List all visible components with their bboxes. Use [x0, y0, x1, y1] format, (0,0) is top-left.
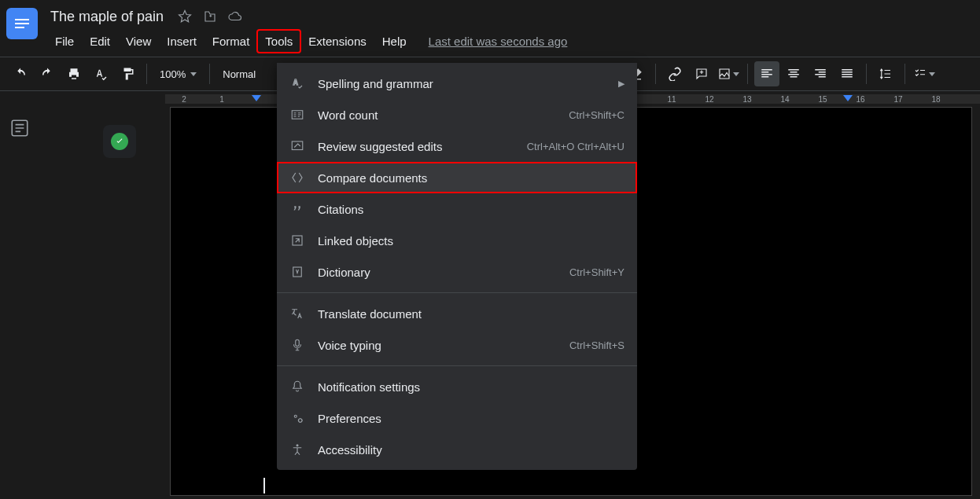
review-icon: [289, 138, 305, 154]
align-justify-button[interactable]: [834, 61, 860, 86]
menu-item-label: Citations: [318, 203, 624, 216]
menu-item-citations[interactable]: Citations: [277, 193, 637, 225]
redo-button[interactable]: [35, 61, 60, 86]
translate-icon: [289, 306, 305, 321]
text-cursor: [263, 478, 265, 493]
undo-button[interactable]: [8, 61, 33, 86]
submenu-arrow-icon: ▶: [618, 79, 624, 89]
document-title[interactable]: The maple of pain: [47, 7, 167, 27]
bell-icon: [289, 379, 305, 394]
menu-help[interactable]: Help: [374, 30, 414, 53]
ruler-marker-right[interactable]: [843, 95, 853, 101]
menu-format[interactable]: Format: [204, 30, 258, 53]
menu-extensions[interactable]: Extensions: [300, 30, 374, 53]
menu-item-shortcut: Ctrl+Alt+O Ctrl+Alt+U: [527, 141, 624, 152]
menu-item-shortcut: Ctrl+Shift+Y: [569, 266, 624, 278]
tools-dropdown: Spelling and grammar▶Word countCtrl+Shif…: [277, 63, 637, 470]
menu-item-review-suggested-edits[interactable]: Review suggested editsCtrl+Alt+O Ctrl+Al…: [277, 130, 637, 162]
svg-rect-1: [292, 111, 303, 119]
dictionary-icon: [289, 264, 305, 280]
menu-item-translate-document[interactable]: Translate document: [277, 298, 637, 329]
svg-point-7: [299, 419, 303, 423]
paint-format-button[interactable]: [115, 61, 140, 86]
insert-image-button[interactable]: [716, 61, 741, 86]
add-comment-button[interactable]: [689, 61, 714, 86]
citations-icon: [289, 201, 305, 217]
ruler-marker-left[interactable]: [252, 95, 261, 101]
menu-item-label: Notification settings: [318, 380, 624, 394]
menu-item-spelling-and-grammar[interactable]: Spelling and grammar▶: [277, 68, 637, 99]
svg-rect-5: [296, 339, 300, 346]
menu-item-label: Dictionary: [318, 266, 557, 279]
menu-item-label: Word count: [318, 108, 556, 122]
menu-item-linked-objects[interactable]: Linked objects: [277, 225, 637, 256]
access-icon: [289, 442, 305, 457]
menu-item-label: Spelling and grammar: [318, 77, 606, 90]
menu-item-label: Review suggested edits: [318, 140, 514, 153]
menu-item-accessibility[interactable]: Accessibility: [277, 434, 637, 465]
menu-item-label: Translate document: [318, 307, 624, 321]
svg-point-8: [297, 444, 299, 446]
spellcheck-ok-badge[interactable]: [103, 125, 136, 158]
spellcheck-icon: [289, 75, 305, 91]
menu-item-dictionary[interactable]: DictionaryCtrl+Shift+Y: [277, 256, 637, 288]
menu-item-label: Voice typing: [318, 339, 557, 352]
wordcount-icon: [289, 107, 305, 123]
svg-point-6: [294, 415, 297, 417]
insert-link-button[interactable]: [662, 61, 687, 86]
last-edit-link[interactable]: Last edit was seconds ago: [429, 35, 568, 48]
menu-view[interactable]: View: [118, 30, 159, 53]
compare-icon: [289, 170, 305, 185]
menu-item-compare-documents[interactable]: Compare documents: [277, 162, 637, 193]
menu-item-word-count[interactable]: Word countCtrl+Shift+C: [277, 99, 637, 130]
svg-rect-2: [292, 141, 303, 150]
menu-item-preferences[interactable]: Preferences: [277, 402, 637, 434]
cloud-status-icon[interactable]: [228, 9, 242, 24]
menu-tools[interactable]: Tools: [257, 30, 300, 53]
print-button[interactable]: [61, 61, 87, 86]
prefs-icon: [289, 410, 305, 426]
align-left-button[interactable]: [754, 61, 779, 86]
linked-icon: [289, 233, 305, 248]
move-icon[interactable]: [203, 9, 217, 24]
chevron-down-icon: [190, 72, 197, 76]
menu-item-voice-typing[interactable]: Voice typingCtrl+Shift+S: [277, 329, 637, 361]
menu-edit[interactable]: Edit: [82, 30, 118, 53]
menu-item-label: Compare documents: [318, 171, 624, 185]
align-right-button[interactable]: [808, 61, 833, 86]
header: The maple of pain File Edit View Insert …: [0, 0, 980, 53]
menu-insert[interactable]: Insert: [159, 30, 204, 53]
menubar: File Edit View Insert Format Tools Exten…: [47, 28, 567, 53]
menu-item-label: Preferences: [318, 412, 624, 425]
menu-item-label: Accessibility: [318, 443, 624, 457]
chevron-down-icon: [929, 72, 935, 76]
align-center-button[interactable]: [781, 61, 806, 86]
menu-item-shortcut: Ctrl+Shift+S: [569, 339, 624, 351]
outline-icon[interactable]: [9, 118, 30, 138]
chevron-down-icon: [733, 72, 739, 76]
style-select[interactable]: Normal: [216, 68, 262, 80]
checklist-button[interactable]: [912, 61, 937, 86]
menu-item-notification-settings[interactable]: Notification settings: [277, 371, 637, 402]
menu-item-label: Linked objects: [318, 234, 624, 248]
menu-item-shortcut: Ctrl+Shift+C: [569, 109, 624, 121]
docs-logo[interactable]: [6, 8, 38, 39]
line-spacing-button[interactable]: [873, 61, 898, 86]
spellcheck-button[interactable]: [88, 61, 113, 86]
star-icon[interactable]: [178, 9, 192, 24]
zoom-select[interactable]: 100%: [153, 68, 203, 80]
voice-icon: [289, 337, 305, 353]
menu-file[interactable]: File: [47, 30, 82, 53]
